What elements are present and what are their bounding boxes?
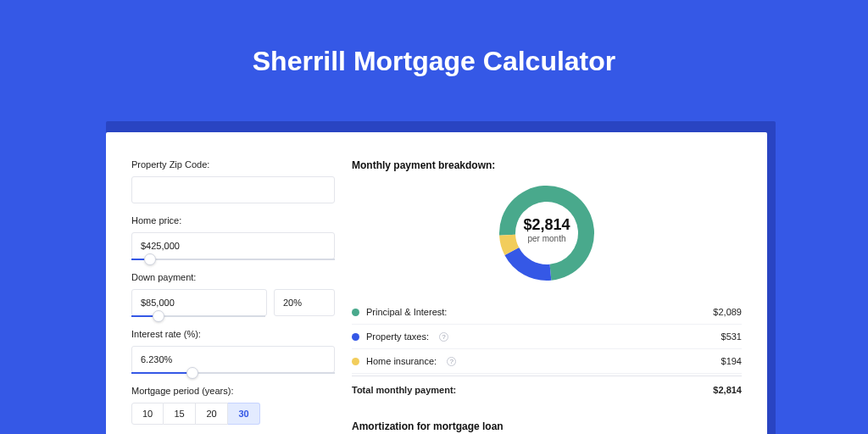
legend-total: Total monthly payment: $2,814 — [352, 376, 742, 402]
down-payment-slider-thumb[interactable] — [153, 310, 164, 322]
field-zip: Property Zip Code: — [131, 159, 335, 203]
interest-input[interactable] — [131, 346, 335, 373]
legend-dot — [352, 333, 359, 341]
help-icon[interactable]: ? — [447, 357, 456, 366]
field-home-price: Home price: — [131, 215, 335, 260]
calculator-card: Property Zip Code: Home price: Down paym… — [106, 132, 767, 434]
down-payment-slider[interactable] — [131, 315, 265, 317]
interest-slider-thumb[interactable] — [186, 367, 198, 379]
legend: Principal & Interest:$2,089Property taxe… — [352, 300, 742, 374]
total-value: $2,814 — [713, 385, 742, 395]
down-payment-pct-input[interactable] — [274, 289, 335, 316]
field-period: Mortgage period (years): 10152030 — [131, 386, 335, 425]
page-title: Sherrill Mortgage Calculator — [0, 46, 868, 77]
amort-title: Amortization for mortgage loan — [352, 420, 742, 432]
down-payment-label: Down payment: — [131, 272, 335, 282]
period-option-15[interactable]: 15 — [164, 403, 196, 425]
legend-label: Principal & Interest: — [366, 307, 447, 317]
donut-chart: $2,814per month — [352, 181, 742, 285]
help-icon[interactable]: ? — [439, 332, 448, 342]
zip-input[interactable] — [131, 176, 335, 203]
field-interest: Interest rate (%): — [131, 329, 335, 374]
home-price-input[interactable] — [131, 232, 335, 259]
legend-value: $531 — [721, 331, 742, 342]
legend-label: Home insurance: — [366, 356, 437, 366]
home-price-label: Home price: — [131, 215, 335, 225]
home-price-slider-thumb[interactable] — [144, 253, 156, 265]
interest-label: Interest rate (%): — [131, 329, 335, 339]
donut-sub: per month — [513, 234, 581, 243]
legend-item: Property taxes:?$531 — [352, 325, 742, 349]
period-option-20[interactable]: 20 — [196, 403, 228, 425]
legend-item: Home insurance:?$194 — [352, 349, 742, 374]
period-option-10[interactable]: 10 — [131, 403, 164, 425]
zip-label: Property Zip Code: — [131, 159, 335, 170]
donut-amount: $2,814 — [513, 216, 581, 234]
period-label: Mortgage period (years): — [131, 386, 335, 396]
form-column: Property Zip Code: Home price: Down paym… — [131, 159, 335, 434]
breakdown-column: Monthly payment breakdown: $2,814per mon… — [352, 159, 742, 434]
breakdown-title: Monthly payment breakdown: — [352, 159, 742, 171]
donut-slice — [504, 248, 551, 281]
field-down-payment: Down payment: — [131, 272, 335, 317]
legend-dot — [352, 358, 359, 365]
donut-svg: $2,814per month — [495, 181, 598, 285]
legend-label: Property taxes: — [366, 331, 429, 342]
legend-value: $2,089 — [713, 307, 742, 317]
legend-dot — [352, 309, 359, 316]
legend-value: $194 — [721, 356, 742, 366]
down-payment-input[interactable] — [131, 289, 267, 316]
interest-slider[interactable] — [131, 372, 335, 374]
total-label: Total monthly payment: — [352, 385, 456, 395]
home-price-slider[interactable] — [131, 259, 335, 260]
legend-item: Principal & Interest:$2,089 — [352, 300, 742, 325]
period-option-30[interactable]: 30 — [228, 403, 260, 425]
